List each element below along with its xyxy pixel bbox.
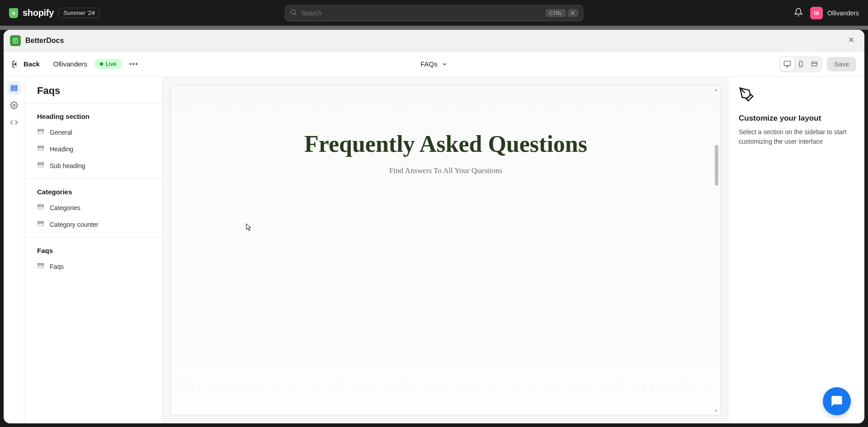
- kbd-ctrl: CTRL: [546, 9, 566, 17]
- block-icon: [37, 262, 44, 271]
- section-group-faqs: Faqs Faqs: [24, 237, 162, 279]
- block-icon: [37, 145, 44, 153]
- shopify-bag-icon: [9, 8, 18, 18]
- chat-icon: [830, 395, 843, 408]
- svg-point-0: [291, 9, 295, 14]
- svg-rect-22: [38, 146, 43, 147]
- sections-tab-icon[interactable]: [7, 81, 21, 95]
- block-icon: [37, 161, 44, 170]
- chat-bubble-button[interactable]: [823, 387, 851, 415]
- cursor-icon: [246, 223, 252, 231]
- item-label: Category counter: [50, 221, 98, 228]
- section-group-categories: Categories Categories Category counter: [24, 178, 162, 237]
- svg-rect-23: [38, 148, 43, 150]
- section-header: Faqs: [24, 244, 162, 258]
- editor-body: Faqs Heading section General Heading Sub…: [4, 77, 864, 423]
- item-label: General: [50, 129, 72, 136]
- block-icon: [37, 128, 44, 136]
- faq-heading: Frequently Asked Questions: [171, 131, 720, 157]
- back-label: Back: [24, 60, 40, 68]
- svg-rect-31: [38, 266, 43, 268]
- paint-icon: [739, 87, 854, 104]
- live-badge: Live: [94, 59, 122, 69]
- item-label: Heading: [50, 145, 73, 153]
- scrollbar[interactable]: ▴ ▾: [713, 86, 719, 414]
- section-header: Categories: [24, 185, 162, 199]
- sidebar-item-sub-heading[interactable]: Sub heading: [24, 157, 162, 174]
- page-selector[interactable]: FAQs: [420, 60, 448, 68]
- save-button[interactable]: Save: [827, 57, 856, 71]
- sidebar-item-general[interactable]: General: [24, 124, 162, 141]
- svg-rect-14: [812, 62, 817, 66]
- user-menu[interactable]: Ol Ollivanders: [810, 7, 859, 19]
- right-panel: Customize your layout Select a section o…: [729, 77, 864, 423]
- svg-rect-25: [38, 165, 43, 167]
- user-name: Ollivanders: [827, 9, 859, 17]
- svg-rect-17: [11, 88, 17, 89]
- right-panel-desc: Select a section on the sidebar to start…: [739, 127, 854, 146]
- svg-rect-26: [38, 205, 43, 206]
- svg-rect-18: [11, 89, 17, 91]
- svg-point-19: [13, 104, 15, 107]
- svg-rect-30: [38, 263, 43, 265]
- preview-content: Frequently Asked Questions Find Answers …: [171, 85, 720, 175]
- live-text: Live: [106, 61, 117, 67]
- fullscreen-view-button[interactable]: [807, 57, 821, 71]
- svg-rect-28: [38, 221, 43, 223]
- section-group-heading: Heading section General Heading Sub head…: [24, 103, 162, 178]
- scroll-up-icon[interactable]: ▴: [713, 86, 719, 93]
- right-panel-title: Customize your layout: [739, 114, 854, 123]
- scroll-thumb[interactable]: [715, 145, 718, 186]
- editor-toolbar: Back Ollivanders Live ••• FAQs: [4, 52, 864, 77]
- sidebar-item-categories[interactable]: Categories: [24, 199, 162, 216]
- code-tab-icon[interactable]: [7, 116, 21, 129]
- search-input[interactable]: [302, 9, 546, 17]
- store-name[interactable]: Ollivanders: [53, 60, 87, 68]
- block-icon: [37, 220, 44, 229]
- sidebar-item-heading[interactable]: Heading: [24, 141, 162, 157]
- brand-text: shopify: [23, 8, 54, 18]
- sidebar: Faqs Heading section General Heading Sub…: [24, 77, 163, 423]
- svg-rect-9: [784, 61, 790, 66]
- canvas-area: Frequently Asked Questions Find Answers …: [163, 77, 729, 423]
- settings-tab-icon[interactable]: [7, 99, 21, 112]
- edition-badge: Summer '24: [58, 8, 100, 18]
- app-container: BetterDocs Back Ollivanders Live ••• FAQ…: [4, 30, 864, 423]
- sidebar-item-faqs[interactable]: Faqs: [24, 258, 162, 275]
- svg-line-1: [295, 14, 296, 15]
- search-bar[interactable]: CTRL K: [285, 5, 583, 21]
- desktop-view-button[interactable]: [780, 57, 794, 71]
- logo-area[interactable]: shopify Summer '24: [9, 8, 100, 18]
- app-title: BetterDocs: [25, 37, 64, 45]
- section-header: Heading section: [24, 110, 162, 124]
- mobile-view-button[interactable]: [794, 57, 807, 71]
- svg-rect-20: [38, 129, 43, 131]
- avatar: Ol: [810, 7, 823, 19]
- kbd-k: K: [568, 9, 578, 17]
- sidebar-item-category-counter[interactable]: Category counter: [24, 216, 162, 233]
- back-button[interactable]: Back: [12, 60, 40, 68]
- svg-rect-24: [38, 163, 43, 164]
- item-label: Faqs: [50, 263, 64, 270]
- svg-rect-21: [38, 131, 43, 134]
- close-icon[interactable]: [844, 33, 858, 48]
- search-shortcut: CTRL K: [546, 9, 578, 17]
- faq-subheading: Find Answers To All Your Questions: [171, 166, 720, 175]
- scroll-down-icon[interactable]: ▾: [713, 408, 719, 414]
- device-switcher: [779, 56, 822, 72]
- mini-rail: [4, 77, 24, 423]
- svg-rect-29: [38, 224, 43, 226]
- item-label: Sub heading: [50, 162, 85, 169]
- search-icon: [290, 9, 297, 18]
- preview-frame[interactable]: Frequently Asked Questions Find Answers …: [171, 85, 721, 415]
- page-name: FAQs: [420, 60, 438, 68]
- item-label: Categories: [50, 204, 80, 211]
- chevron-down-icon: [441, 61, 448, 67]
- svg-rect-16: [11, 85, 17, 87]
- app-titlebar: BetterDocs: [4, 30, 864, 52]
- shopify-header: shopify Summer '24 CTRL K Ol Ollivanders: [0, 0, 868, 26]
- svg-rect-27: [38, 207, 43, 209]
- app-icon: [10, 35, 21, 46]
- notifications-icon[interactable]: [794, 8, 803, 19]
- more-actions-icon[interactable]: •••: [129, 60, 138, 68]
